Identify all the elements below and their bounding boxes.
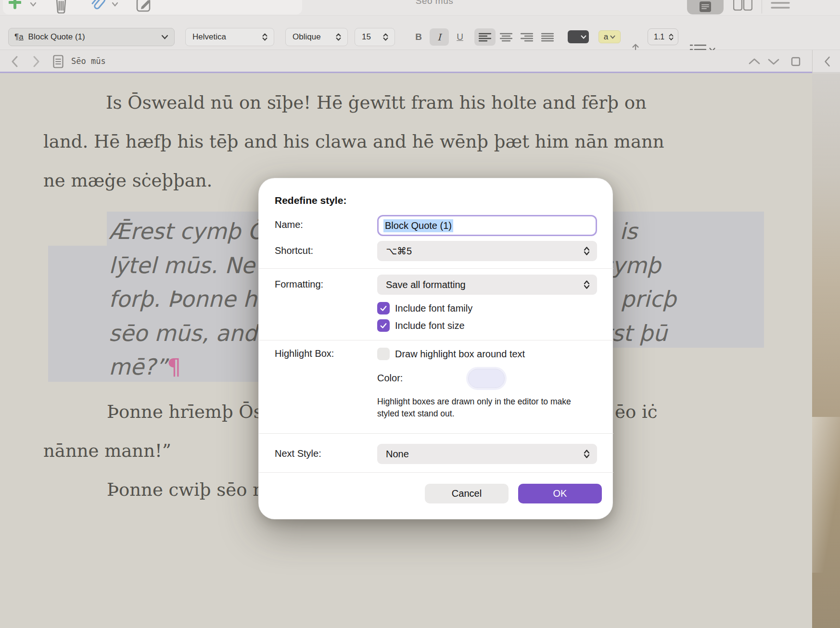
page-view-icon [699,1,712,12]
formatting-select[interactable]: Save all formatting [377,275,597,295]
trash-icon[interactable] [54,0,68,13]
draw-highlight-checkbox[interactable] [377,348,390,360]
font-size-select[interactable]: 15 [355,28,395,46]
scroll-up-button[interactable] [749,58,760,65]
desktop-wallpaper-strip [812,73,840,628]
top-toolbar: Sēo mūs [0,0,840,15]
dialog-title: Redefine style: [275,195,346,206]
document-title: Sēo mūs [71,56,106,66]
separator [259,433,613,434]
shortcut-label: Shortcut: [275,245,313,256]
toolbar-group [3,0,302,14]
chevron-down-icon[interactable] [30,2,37,7]
quote-line: mē?”¶ [109,356,181,378]
highlight-color-well[interactable] [468,369,505,388]
columns-view-icon[interactable] [733,0,752,11]
shortcut-select[interactable]: ⌥⌘5 [377,241,597,261]
include-font-family-checkbox[interactable] [377,302,390,314]
italic-button[interactable]: I [430,28,449,46]
align-left-button[interactable] [474,28,496,46]
doc-text-line: nānne mann!” [43,442,171,460]
page-view-button[interactable] [687,0,724,14]
paragraph-style-icon: ¶a [14,32,24,42]
chevron-down-icon [161,35,168,39]
scroll-down-button[interactable] [768,58,779,65]
text-color-swatch[interactable] [568,30,589,43]
align-center-button[interactable] [496,28,517,46]
navigation-bar: Sēo mūs [0,50,840,73]
draw-highlight-label: Draw highlight box around text [395,349,525,360]
toolbar-divider [762,0,762,13]
separator [259,472,613,473]
doc-text-line: land. Hē hæfþ his tēþ and his clawa and … [43,133,664,151]
pilcrow-mark: ¶ [167,354,181,380]
check-icon [379,304,388,313]
style-name-input[interactable]: Block Quote (1) [377,215,597,236]
chevron-left-icon [11,56,18,67]
align-center-icon [500,33,512,42]
align-justify-button[interactable] [537,28,558,46]
align-left-icon [479,33,491,42]
quote-line: lȳtel mūs. Ne [109,254,255,276]
separator [259,340,613,340]
font-size-value: 15 [362,32,371,42]
font-family-value: Helvetica [192,32,226,42]
document-icon [53,55,64,68]
doc-text-line: Þonne hrīemþ Ōs [107,403,263,421]
accent-underline [0,72,812,73]
line-spacing-stepper[interactable]: 1.1 [648,28,678,45]
chevron-down-icon [768,58,779,65]
chevron-up-icon [749,58,760,65]
sidebar-collapse-button[interactable] [824,56,830,67]
app-window: Is Ōsweald nū on sīþe! Hē ġewītt fram hi… [0,0,840,628]
line-spacing-value: 1.1 [654,33,664,41]
color-label: Color: [377,373,403,384]
check-icon [379,321,388,330]
compose-icon[interactable] [136,0,152,13]
font-family-select[interactable]: Helvetica [185,28,274,46]
include-font-size-checkbox[interactable] [377,319,390,332]
stepper-icon [583,279,590,290]
quote-text: mē?” [109,354,167,380]
stepper-icon [583,448,590,460]
next-style-value: None [386,449,409,460]
underline-button[interactable]: U [451,28,469,46]
chevron-down-icon[interactable] [112,2,118,7]
add-button[interactable] [9,0,21,12]
menu-icon[interactable] [771,1,790,11]
font-style-select[interactable]: Oblique [285,28,348,46]
quote-line: Ǣrest cymþ Ō [109,220,265,242]
navbar-divider [812,50,813,73]
quote-line: is [620,220,637,242]
doc-text-line: ēo iċ [615,403,658,421]
stepper-icon [668,33,674,41]
align-right-icon [521,33,533,42]
divider [812,72,840,73]
formatting-label: Formatting: [275,279,323,290]
highlight-label: a [604,32,608,42]
include-font-family-label: Include font family [395,303,472,314]
doc-text-line: Is Ōsweald nū on sīþe! Hē ġewītt fram hi… [106,94,647,112]
next-style-label: Next Style: [275,448,321,459]
quote-line: sēo mūs, and [109,322,257,344]
page-frame-button[interactable] [791,57,801,66]
highlight-color-button[interactable]: a [598,30,621,43]
formatting-value: Save all formatting [386,279,466,290]
stepper-icon [583,245,590,257]
chevron-down-icon [610,35,615,39]
back-button[interactable] [11,56,18,67]
paragraph-style-select[interactable]: ¶a Block Quote (1) [8,28,175,46]
quote-line: forþ. Þonne h [109,288,257,310]
cancel-button[interactable]: Cancel [425,484,509,503]
quote-line: pricþ [621,288,676,310]
forward-button[interactable] [33,56,40,67]
bold-button[interactable]: B [409,28,428,46]
format-toolbar: ¶a Block Quote (1) Helvetica Oblique 15 … [0,15,840,50]
doc-text-line: ne mæġe sċeþþan. [43,172,212,189]
ok-button[interactable]: OK [518,484,602,503]
highlight-box-note: Highlight boxes are drawn only in the ed… [377,396,572,420]
align-right-button[interactable] [516,28,537,46]
next-style-select[interactable]: None [377,444,597,464]
include-font-size-label: Include font size [395,320,465,331]
paperclip-icon[interactable] [90,0,107,13]
